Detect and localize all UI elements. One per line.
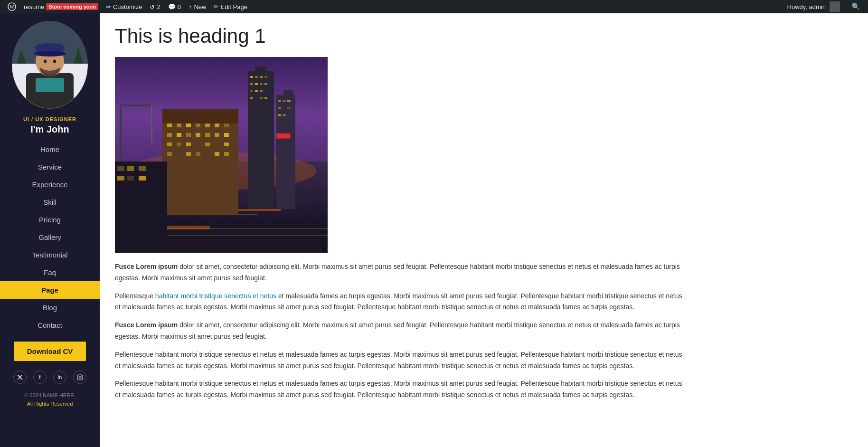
sidebar-item-skill[interactable]: Skill <box>0 193 100 211</box>
svg-rect-28 <box>260 76 263 78</box>
svg-rect-55 <box>186 124 191 127</box>
avatar-container <box>12 21 88 109</box>
facebook-icon[interactable]: f <box>33 371 47 384</box>
edit-icon: ✏ <box>214 3 218 10</box>
svg-rect-27 <box>255 76 258 78</box>
sidebar-item-testimonial[interactable]: Testimonial <box>0 246 100 264</box>
svg-point-12 <box>44 60 47 63</box>
svg-rect-74 <box>196 152 200 156</box>
sidebar-item-faq[interactable]: Faq <box>0 264 100 281</box>
new-icon: + <box>189 3 192 10</box>
sidebar-role: UI / UX DESIGNER <box>23 116 76 122</box>
svg-rect-52 <box>162 109 238 124</box>
paragraph-3-bold: Fusce Lorem ipsum <box>115 321 178 329</box>
svg-rect-50 <box>277 134 290 138</box>
paragraph-1-bold: Fusce Lorem ipsum <box>115 263 178 270</box>
edit-page-item[interactable]: ✏ Edit Page <box>210 0 251 13</box>
svg-rect-34 <box>250 90 253 92</box>
svg-rect-57 <box>205 124 210 127</box>
svg-rect-91 <box>139 176 146 181</box>
svg-rect-68 <box>177 143 181 146</box>
download-cv-button[interactable]: Download CV <box>14 342 86 361</box>
svg-rect-42 <box>278 100 281 102</box>
new-label: New <box>194 3 206 10</box>
comments-count: 0 <box>178 3 181 10</box>
linkedin-icon[interactable]: in <box>53 371 66 384</box>
twitter-icon[interactable] <box>13 371 27 384</box>
sidebar-item-contact[interactable]: Contact <box>0 316 100 334</box>
svg-rect-66 <box>224 133 229 137</box>
svg-rect-44 <box>287 100 291 102</box>
svg-rect-54 <box>177 124 181 127</box>
svg-rect-48 <box>283 114 286 116</box>
svg-rect-85 <box>115 162 167 253</box>
site-name-label: resume <box>24 3 44 10</box>
comments-item[interactable]: 💬 0 <box>164 0 185 13</box>
svg-rect-39 <box>264 97 267 99</box>
svg-rect-43 <box>283 100 286 102</box>
svg-rect-75 <box>215 152 219 156</box>
admin-bar: W resume Store coming soon ✏ Customize ↺… <box>0 0 868 13</box>
admin-bar-right: Howdy, admin 🔍 <box>783 0 864 13</box>
svg-rect-46 <box>287 107 291 109</box>
svg-rect-71 <box>224 143 229 146</box>
site-name-item[interactable]: resume Store coming soon <box>20 0 102 13</box>
svg-rect-61 <box>177 133 181 137</box>
sidebar-item-pricing[interactable]: Pricing <box>0 211 100 228</box>
new-item[interactable]: + New <box>185 0 210 13</box>
svg-rect-53 <box>167 124 172 127</box>
sidebar-footer: © 2024 NAME HERE. All Rights Reserved <box>24 391 75 408</box>
howdy-item[interactable]: Howdy, admin <box>783 0 844 13</box>
svg-point-17 <box>79 376 81 379</box>
svg-rect-29 <box>264 76 267 78</box>
svg-rect-36 <box>260 90 263 92</box>
sidebar-item-blog[interactable]: Blog <box>0 299 100 316</box>
svg-rect-60 <box>167 133 172 137</box>
svg-rect-47 <box>278 114 281 116</box>
revisions-icon: ↺ <box>150 3 155 10</box>
svg-rect-65 <box>215 133 219 137</box>
paragraph-2: Pellentesque habitant morbi tristique se… <box>115 291 685 314</box>
svg-rect-25 <box>255 67 267 76</box>
revisions-count: 2 <box>157 3 160 10</box>
sidebar-item-gallery[interactable]: Gallery <box>0 228 100 246</box>
sidebar-social: f in <box>13 371 86 384</box>
svg-rect-31 <box>255 83 258 85</box>
svg-rect-33 <box>264 83 267 85</box>
svg-rect-76 <box>224 152 229 156</box>
svg-rect-32 <box>260 83 263 85</box>
svg-rect-89 <box>127 176 134 181</box>
svg-rect-73 <box>186 152 191 156</box>
paragraph-2-link[interactable]: habitant morbi tristique senectus et net… <box>155 292 276 300</box>
paragraph-5: Pellentesque habitant morbi tristique se… <box>115 378 685 401</box>
page-heading: This is heading 1 <box>115 25 853 48</box>
sidebar-item-service[interactable]: Service <box>0 158 100 176</box>
search-item[interactable]: 🔍 <box>848 0 864 13</box>
search-icon: 🔍 <box>851 2 860 11</box>
customize-label: Customize <box>113 3 142 10</box>
svg-rect-69 <box>186 143 191 146</box>
howdy-label: Howdy, admin <box>787 3 826 10</box>
svg-rect-67 <box>167 143 172 146</box>
svg-text:W: W <box>9 4 14 10</box>
comments-icon: 💬 <box>168 3 176 10</box>
wp-logo-icon: W <box>8 2 16 11</box>
svg-rect-70 <box>205 143 210 146</box>
customize-item[interactable]: ✏ Customize <box>102 0 146 13</box>
svg-rect-30 <box>250 83 253 85</box>
svg-rect-26 <box>250 76 253 78</box>
svg-rect-58 <box>215 124 219 127</box>
sidebar-item-home[interactable]: Home <box>0 141 100 158</box>
main-layout: UI / UX DESIGNER I'm John Home Service E… <box>0 13 868 447</box>
revisions-item[interactable]: ↺ 2 <box>146 0 164 13</box>
sidebar-item-page[interactable]: Page <box>0 281 100 299</box>
sidebar-name: I'm John <box>30 124 69 135</box>
svg-rect-64 <box>205 133 210 137</box>
sidebar-item-experience[interactable]: Experience <box>0 176 100 193</box>
svg-rect-87 <box>127 166 134 171</box>
instagram-icon[interactable] <box>73 371 86 384</box>
wp-logo-item[interactable]: W <box>4 0 20 13</box>
svg-rect-59 <box>224 124 229 127</box>
svg-rect-90 <box>139 166 146 171</box>
paragraph-3: Fusce Lorem ipsum dolor sit amet, consec… <box>115 320 685 342</box>
